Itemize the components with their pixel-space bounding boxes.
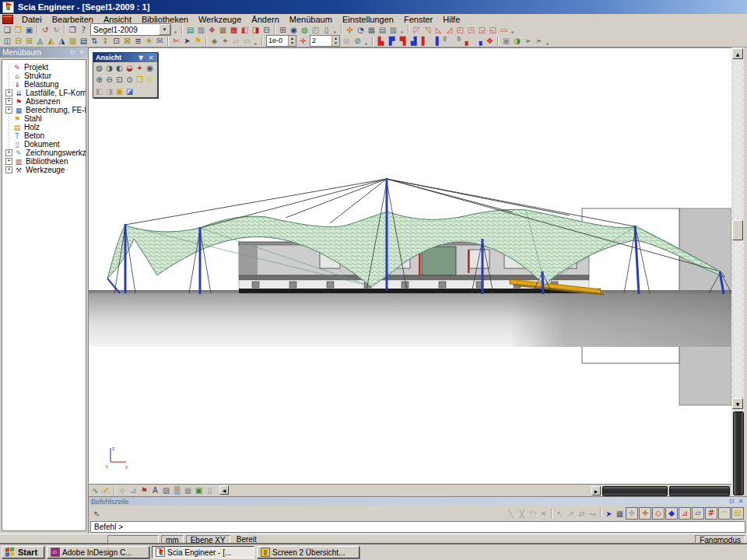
tree-item-lastfalle-lf-kombination[interactable]: +⇊Lastfälle, LF-Kombination <box>2 89 86 97</box>
view-right-icon[interactable]: ◳ <box>466 25 476 35</box>
arc-icon[interactable]: ◠ <box>528 509 538 519</box>
sheet-icon[interactable]: ▥ <box>388 25 398 35</box>
wireframe-toggle-icon[interactable]: ∿ <box>90 485 100 495</box>
pin-icon[interactable]: ⊡ <box>68 49 76 56</box>
scale-factor-spinner-arrows[interactable]: ▲▼ <box>288 36 296 46</box>
draw-line-icon[interactable]: ╲ <box>506 509 516 519</box>
anchor-icon[interactable]: ✛ <box>298 36 308 46</box>
activity-off-icon[interactable]: ✦ <box>220 36 230 46</box>
scia-app-icon[interactable] <box>2 2 14 13</box>
load-panel-4-icon[interactable]: ▟ <box>409 36 419 46</box>
magnification-spinner-arrows[interactable]: ▲▼ <box>331 36 339 46</box>
load-panel-3-icon[interactable]: ▜ <box>398 36 408 46</box>
view-left-icon[interactable]: ◰ <box>455 25 465 35</box>
zoom-window-icon[interactable]: ⊡ <box>114 75 124 85</box>
snap-point-icon[interactable]: ▤ <box>731 507 744 520</box>
select-previous-icon[interactable]: ⊟ <box>13 36 23 46</box>
open-folder-icon[interactable]: ❐ <box>13 25 23 35</box>
tree-item-dokument[interactable]: ▯Dokument <box>2 140 86 149</box>
scale-factor-spinner[interactable]: 1e-0▲▼ <box>266 35 296 47</box>
view-front-icon[interactable]: ◺ <box>433 25 444 35</box>
measure-icon[interactable]: ⊘ <box>352 36 363 46</box>
start-button[interactable]: Start <box>2 546 44 558</box>
horizontal-scrollbar-thumb-2[interactable] <box>669 486 730 496</box>
tag-icon[interactable]: ⚑ <box>193 36 203 46</box>
tree-item-berechnung-fe-netz[interactable]: +▦Berechnung, FE-Netz <box>2 106 86 114</box>
invert-selection-icon[interactable]: ◭ <box>46 36 56 46</box>
ansicht-palette-header[interactable]: Ansicht ▼ ✕ <box>93 53 157 62</box>
move-load-icon[interactable]: ✥ <box>485 36 495 46</box>
command-input[interactable]: Befehl > <box>90 521 745 533</box>
new-document-icon[interactable]: ❏ <box>2 25 12 35</box>
scroll-left-icon[interactable] <box>219 485 229 495</box>
search-binoculars-icon[interactable]: ◉ <box>289 25 299 35</box>
page-setup-icon[interactable]: ▯ <box>321 25 331 35</box>
layer-up-icon[interactable]: ⇅ <box>89 36 100 46</box>
print-preview-icon[interactable]: ▥ <box>196 25 206 35</box>
tree-item-beton[interactable]: TBeton <box>2 131 86 140</box>
surface-flag-icon[interactable]: ⚑ <box>139 485 149 495</box>
open-view-icon[interactable]: ❐ <box>135 75 145 85</box>
command-cursor-icon[interactable]: ⇖ <box>92 509 102 519</box>
gallery-icon[interactable]: ❖ <box>207 25 217 35</box>
expand-icon[interactable]: + <box>5 166 12 173</box>
tree-item-stahl[interactable]: ⚑Stahl <box>2 114 86 123</box>
pin-icon[interactable]: ⊡ <box>728 498 735 505</box>
snap-intersection-icon[interactable]: ◇ <box>652 507 665 520</box>
load-panel-5-icon[interactable]: ▌ <box>419 36 430 46</box>
project-combobox[interactable]: Segel1-2009 ▼ <box>90 23 171 36</box>
select-all-icon[interactable]: ◫ <box>2 36 12 46</box>
text-labels-icon[interactable]: A <box>150 485 160 495</box>
zoom-out-icon[interactable]: ⊖ <box>104 75 114 85</box>
snap-orthogonal-icon[interactable]: ◆ <box>665 507 678 520</box>
combobox-dropdown-icon[interactable]: ▼ <box>159 24 170 35</box>
visibility-labels-icon[interactable]: ▤ <box>79 36 89 46</box>
deselect-icon[interactable]: ◬ <box>35 36 45 46</box>
world-icon[interactable]: ◍ <box>300 25 310 35</box>
lightbulb-icon[interactable]: ☼ <box>145 75 155 85</box>
menu-menubaum[interactable]: Menübaum <box>285 15 337 24</box>
scene-3d-model[interactable] <box>89 48 731 485</box>
task-button-scia[interactable]: Scia Engineer - [... <box>152 546 254 558</box>
tree-item-holz[interactable]: ▤Holz <box>2 123 86 131</box>
visibility-members-icon[interactable]: ◮ <box>57 36 67 46</box>
layers-icon[interactable]: ◧ <box>240 25 250 35</box>
view-side-camera-icon[interactable]: ◐ <box>114 63 124 73</box>
horizontal-scrollbar-thumb-1[interactable] <box>602 486 668 496</box>
image-export-icon[interactable]: ▣ <box>194 485 204 495</box>
expand-icon[interactable]: + <box>5 158 12 165</box>
window-icon[interactable]: ❒ <box>68 25 78 35</box>
project-manager-icon[interactable]: ▤ <box>185 25 195 35</box>
view-top-icon[interactable]: ◸ <box>412 25 422 35</box>
task-button-indesign[interactable]: Adobe InDesign C... <box>47 546 149 558</box>
expand-icon[interactable]: + <box>5 149 12 156</box>
view-top-camera-icon[interactable]: ◒ <box>124 63 135 73</box>
document-view-icon[interactable]: ◨ <box>251 25 261 35</box>
color-settings-icon[interactable]: ✣ <box>345 25 355 35</box>
viewport-3d[interactable]: Ansicht ▼ ✕ ◍◑◐◒✦◉ ⊕⊖⊡⊙❐☼ ◧◨▣◪ z x Y <box>89 47 731 485</box>
menu-andern[interactable]: Ändern <box>247 15 283 24</box>
load-panel-1-icon[interactable]: ▙ <box>376 36 386 46</box>
clip-plane-icon[interactable]: ▭ <box>242 36 252 46</box>
magnification-spinner[interactable]: 2▲▼ <box>310 35 340 47</box>
save-icon[interactable]: ▣ <box>24 25 34 35</box>
menu-bearbeiten[interactable]: Bearbeiten <box>47 15 98 24</box>
undo-icon[interactable]: ↺ <box>40 25 51 35</box>
rotate-icon[interactable]: ↝ <box>587 509 598 519</box>
camera-store-icon[interactable]: ◧ <box>94 86 104 96</box>
view-front-camera-icon[interactable]: ◑ <box>104 63 114 73</box>
walk-mode-icon[interactable]: ✦ <box>135 63 145 73</box>
copy-icon[interactable]: ↗ <box>566 509 576 519</box>
printer-icon[interactable]: ⊟ <box>261 25 272 35</box>
scroll-up-icon[interactable] <box>732 48 743 59</box>
zoom-disabled-icon[interactable]: ◎ <box>342 36 352 46</box>
filter-nodes-icon[interactable]: ⊡ <box>111 36 121 46</box>
close-icon[interactable]: ✕ <box>737 498 745 505</box>
status-snap-mode[interactable]: Fangmodus <box>695 535 745 544</box>
tree-item-projekt[interactable]: ✎Projekt <box>2 63 86 72</box>
vertical-scrollbar[interactable] <box>731 47 744 496</box>
vertical-scrollbar-thumb[interactable] <box>732 220 743 240</box>
tree-item-struktur[interactable]: ⌂Struktur <box>2 72 86 80</box>
menu-bibliotheken[interactable]: Bibliotheken <box>137 15 193 24</box>
grid-snap-icon[interactable]: ▦ <box>615 509 625 519</box>
